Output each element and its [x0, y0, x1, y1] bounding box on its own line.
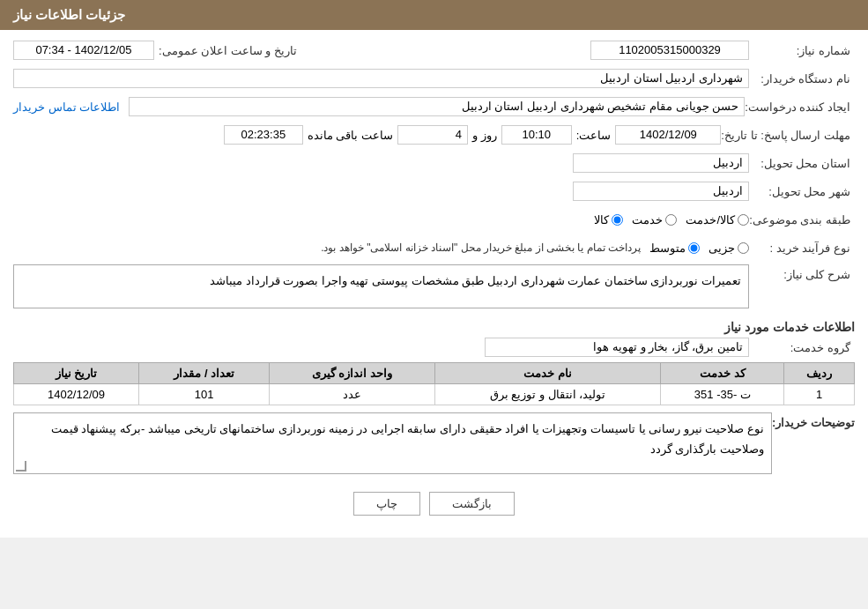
purchase-jozvi-item: جزیی [708, 241, 749, 255]
category-kala-khedmat-radio[interactable] [738, 214, 749, 226]
category-khedmat-item: خدمت [632, 213, 677, 227]
reply-deadline-label: مهلت ارسال پاسخ: تا تاریخ: [721, 129, 855, 142]
cell-service_code: ت -35- 351 [661, 384, 784, 405]
comments-label: توضیحات خریدار: [772, 412, 855, 429]
category-khedmat-radio[interactable] [665, 214, 677, 226]
cell-row_num: 1 [784, 384, 855, 405]
reply-days: 4 [397, 125, 468, 145]
col-service-code: کد خدمت [661, 363, 784, 384]
col-need-date: تاریخ نیاز [14, 363, 139, 384]
city-value: اردبیل [573, 182, 749, 201]
purchase-radio-group: جزیی متوسط [649, 241, 749, 255]
province-row: استان محل تحویل: اردبیل [13, 152, 855, 175]
cell-unit: عدد [270, 384, 434, 405]
reply-time-label: ساعت: [572, 129, 616, 142]
need-number-label: شماره نیاز: [749, 44, 855, 57]
announce-date-value: 1402/12/05 - 07:34 [13, 41, 154, 60]
buyer-org-row: نام دستگاه خریدار: شهرداری اردبیل استان … [13, 67, 855, 90]
comments-resize-handle [16, 461, 26, 472]
description-label: شرح کلی نیاز: [749, 264, 855, 281]
print-button[interactable]: چاپ [353, 492, 420, 516]
reply-remaining-label: ساعت باقی مانده [303, 129, 397, 142]
purchase-motevasset-label: متوسط [649, 241, 686, 255]
description-value: تعمیرات نوربردازی ساختمان عمارت شهرداری … [13, 264, 749, 308]
reply-time: 10:10 [501, 125, 572, 145]
services-table: ردیف کد خدمت نام خدمت واحد اندازه گیری ت… [13, 362, 855, 405]
service-group-label: گروه خدمت: [749, 341, 855, 354]
need-number-row: شماره نیاز: 1102005315000329 تاریخ و ساع… [13, 39, 855, 62]
page-container: جزئیات اطلاعات نیاز شماره نیاز: 11020053… [0, 0, 868, 538]
buyer-org-value: شهرداری اردبیل استان اردبیل [13, 69, 749, 88]
category-kala-label: کالا [594, 213, 609, 227]
category-kala-khedmat-item: کالا/خدمت [686, 213, 749, 227]
category-radio-group: کالا/خدمت خدمت کالا [594, 213, 749, 227]
purchase-jozvi-label: جزیی [708, 241, 735, 255]
services-header: اطلاعات خدمات مورد نیاز [13, 320, 855, 334]
comments-value: نوع صلاحیت نیرو رسانی یا تاسیسات وتجهیزا… [13, 412, 772, 474]
city-label: شهر محل تحویل: [749, 185, 855, 198]
category-khedmat-label: خدمت [632, 213, 663, 227]
reply-remaining: 02:23:35 [224, 125, 303, 145]
creator-label: ایجاد کننده درخواست: [745, 100, 855, 114]
purchase-motevasset-radio[interactable] [688, 242, 700, 254]
purchase-jozvi-radio[interactable] [738, 242, 749, 254]
province-value: اردبیل [573, 153, 749, 173]
province-label: استان محل تحویل: [749, 157, 855, 170]
back-button[interactable]: بازگشت [429, 492, 515, 516]
button-row: بازگشت چاپ [13, 483, 855, 529]
cell-service_name: تولید، انتقال و توزیع برق [434, 384, 661, 405]
page-title: جزئیات اطلاعات نیاز [13, 7, 125, 22]
services-table-container: ردیف کد خدمت نام خدمت واحد اندازه گیری ت… [13, 362, 855, 405]
table-row: 1ت -35- 351تولید، انتقال و توزیع برقعدد1… [14, 384, 855, 405]
reply-deadline-row: مهلت ارسال پاسخ: تا تاریخ: 1402/12/09 سا… [13, 123, 855, 146]
purchase-full-note: پرداخت تمام یا بخشی از مبلغ خریدار محل "… [321, 241, 649, 254]
announce-date-label: تاریخ و ساعت اعلان عمومی: [154, 44, 301, 57]
need-number-value: 1102005315000329 [590, 41, 749, 60]
purchase-type-label: نوع فرآیند خرید : [749, 241, 855, 255]
category-kala-khedmat-label: کالا/خدمت [686, 213, 735, 227]
col-quantity: تعداد / مقدار [138, 363, 269, 384]
city-row: شهر محل تحویل: اردبیل [13, 180, 855, 203]
cell-quantity: 101 [138, 384, 269, 405]
service-group-value: تامین برق، گاز، بخار و تهویه هوا [485, 338, 749, 357]
category-label: طبقه بندی موضوعی: [749, 213, 855, 227]
reply-day-label: روز و [468, 129, 501, 142]
comments-text: نوع صلاحیت نیرو رسانی یا تاسیسات وتجهیزا… [51, 422, 764, 456]
comments-row: توضیحات خریدار: نوع صلاحیت نیرو رسانی یا… [13, 412, 855, 474]
creator-value: حسن جویانی مقام تشخیص شهرداری اردبیل است… [129, 97, 745, 116]
creator-row: ایجاد کننده درخواست: حسن جویانی مقام تشخ… [13, 95, 855, 118]
description-row: شرح کلی نیاز: تعمیرات نوربردازی ساختمان … [13, 264, 855, 313]
cell-need_date: 1402/12/09 [14, 384, 139, 405]
reply-date: 1402/12/09 [615, 125, 721, 145]
page-header: جزئیات اطلاعات نیاز [0, 0, 868, 30]
service-group-row: گروه خدمت: تامین برق، گاز، بخار و تهویه … [13, 338, 855, 357]
contact-link[interactable]: اطلاعات تماس خریدار [13, 100, 120, 114]
category-kala-item: کالا [594, 213, 623, 227]
purchase-motevasset-item: متوسط [649, 241, 700, 255]
category-kala-radio[interactable] [612, 214, 623, 226]
category-row: طبقه بندی موضوعی: کالا/خدمت خدمت کالا [13, 208, 855, 231]
col-unit: واحد اندازه گیری [270, 363, 434, 384]
buyer-org-label: نام دستگاه خریدار: [749, 72, 855, 85]
col-row-num: ردیف [784, 363, 855, 384]
col-service-name: نام خدمت [434, 363, 661, 384]
content-area: شماره نیاز: 1102005315000329 تاریخ و ساع… [0, 30, 868, 538]
purchase-type-row: نوع فرآیند خرید : جزیی متوسط پرداخت تمام… [13, 236, 855, 259]
